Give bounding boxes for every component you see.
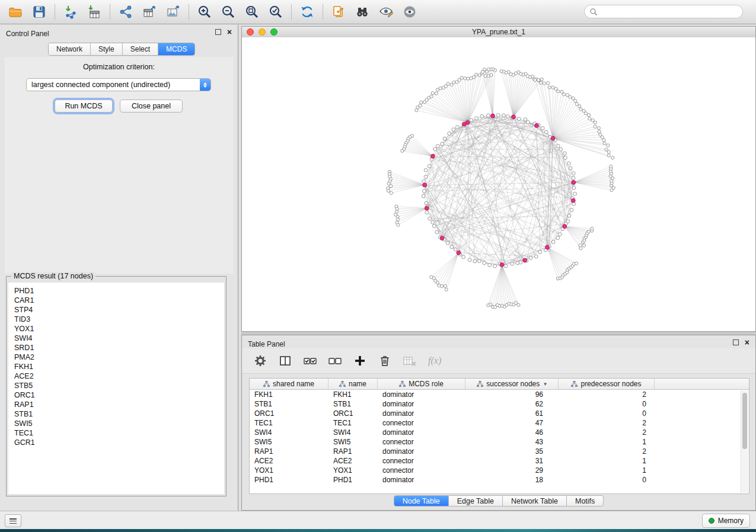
graphics-details-button[interactable] [375,2,397,21]
delete-table-button[interactable] [402,353,417,368]
mcds-result-item[interactable]: FKH1 [8,362,224,371]
tab-mcds[interactable]: MCDS [158,43,194,55]
tab-edge-table[interactable]: Edge Table [449,495,503,507]
table-row[interactable]: TEC1TEC1connector472 [250,418,749,428]
mcds-result-item[interactable]: STB5 [8,381,224,390]
column-header-name[interactable]: name [328,379,378,390]
import-network-button[interactable] [60,2,81,21]
function-builder-button[interactable]: f(x) [428,355,441,366]
table-row[interactable]: PHD1PHD1dominator180 [250,475,749,485]
tab-style[interactable]: Style [91,43,123,55]
table-panel-window-controls: × [733,339,749,345]
add-column-button[interactable] [352,353,368,368]
tab-node-table[interactable]: Node Table [394,495,449,507]
close-panel-icon[interactable]: × [227,29,232,35]
table-row[interactable]: FKH1FKH1dominator962 [250,390,749,399]
status-menu-button[interactable] [5,514,21,527]
mcds-result-item[interactable]: PHD1 [8,286,224,296]
zoom-in-button[interactable] [194,2,215,21]
table-row[interactable]: ORC1ORC1dominator610 [250,409,749,418]
mcds-result-item[interactable]: YOX1 [8,324,224,334]
select-all-button[interactable] [302,353,318,368]
table-cell: PHD1 [250,475,328,485]
network-view-window[interactable]: YPA_prune.txt_1 [241,26,756,332]
export-table-button[interactable] [139,2,160,21]
zoom-out-button[interactable] [218,2,239,21]
table-x-icon [403,354,417,367]
checked-boxes-icon [303,354,317,367]
table-panel-tabs: Node Table Edge Table Network Table Moti… [242,495,755,507]
mcds-result-item[interactable]: ACE2 [8,371,224,381]
column-header-shared-name[interactable]: shared name [250,379,328,390]
document-share-icon [331,4,346,20]
share-nodes-icon [118,4,133,20]
tab-network-table[interactable]: Network Table [503,495,567,507]
node-table-body: FKH1FKH1dominator962STB1STB1dominator620… [250,390,749,485]
folder-icon [8,4,23,20]
zoom-selected-button[interactable] [265,2,286,21]
table-settings-button[interactable] [253,353,268,368]
table-row[interactable]: YOX1YOX1connector291 [250,466,749,475]
save-session-button[interactable] [28,2,50,21]
open-file-button[interactable] [5,2,26,21]
tab-network[interactable]: Network [49,43,91,55]
column-header-successor-nodes[interactable]: successor nodes ▾ [465,379,559,390]
mcds-result-item[interactable]: PMA2 [8,352,224,362]
float-panel-icon[interactable] [215,29,221,35]
float-panel-icon[interactable] [733,339,739,345]
mcds-result-item[interactable]: ORC1 [8,390,224,400]
show-columns-button[interactable] [277,353,293,368]
table-row[interactable]: RAP1RAP1dominator352 [250,447,749,456]
unselect-all-button[interactable] [327,353,343,368]
export-image-button[interactable] [162,2,184,21]
table-cell: 2 [559,418,655,428]
close-panel-icon[interactable]: × [745,339,749,345]
search-box[interactable] [584,5,743,18]
zoom-fit-button[interactable] [241,2,263,21]
export-network-button[interactable] [115,2,136,21]
mcds-result-item[interactable]: SWI5 [8,419,224,428]
mcds-result-item[interactable]: SWI4 [8,334,224,343]
clone-network-button[interactable] [328,2,349,21]
empty-boxes-icon [328,354,342,367]
sort-chevron-icon[interactable]: ▾ [544,381,547,387]
column-header-predecessor-nodes[interactable]: predecessor nodes [559,379,655,390]
import-table-button[interactable] [84,2,105,21]
mcds-result-item[interactable]: RAP1 [8,400,224,409]
mcds-result-item[interactable]: GCR1 [8,438,224,447]
mcds-result-item[interactable]: STP4 [8,305,224,315]
table-cell: 1 [559,466,655,475]
table-cell: YOX1 [328,466,378,475]
close-panel-button[interactable]: Close panel [120,100,183,113]
mcds-result-item[interactable]: SRD1 [8,343,224,352]
tab-select[interactable]: Select [123,43,158,55]
delete-column-button[interactable] [377,353,393,368]
hide-detail-button[interactable] [399,2,420,21]
tab-motifs[interactable]: Motifs [567,495,604,507]
column-header-mcds-role[interactable]: MCDS role [378,379,465,390]
first-neighbors-button[interactable] [352,2,373,21]
memory-button[interactable]: Memory [702,514,750,528]
mcds-result-item[interactable]: CAR1 [8,296,224,305]
refresh-button[interactable] [296,2,318,21]
mcds-result-box: MCDS result (17 nodes) PHD1CAR1STP4TID3Y… [6,276,227,496]
table-row[interactable]: STB1STB1dominator620 [250,399,749,409]
mcds-result-item[interactable]: TEC1 [8,428,224,438]
desktop-background-strip [0,529,756,532]
search-input[interactable] [601,7,738,17]
table-row[interactable]: SWI5SWI5connector431 [250,437,749,447]
scrollbar-thumb[interactable] [742,393,747,449]
run-mcds-button[interactable]: Run MCDS [55,100,113,113]
table-cell: STB1 [250,399,328,409]
memory-status-icon [709,518,714,524]
table-row[interactable]: ACE2ACE2connector311 [250,456,749,466]
table-row[interactable]: SWI4SWI4dominator462 [250,428,749,437]
mcds-result-item[interactable]: TID3 [8,315,224,324]
table-toolbar: f(x) [242,348,755,374]
optimization-criterion-dropdown[interactable]: largest connected component (undirected) [26,78,211,91]
network-canvas[interactable] [242,37,755,331]
mcds-result-item[interactable]: STB1 [8,409,224,419]
node-table[interactable]: shared name name MCDS role successor nod… [249,378,749,494]
network-window-titlebar: YPA_prune.txt_1 [242,27,755,38]
table-vertical-scrollbar[interactable] [741,390,748,493]
